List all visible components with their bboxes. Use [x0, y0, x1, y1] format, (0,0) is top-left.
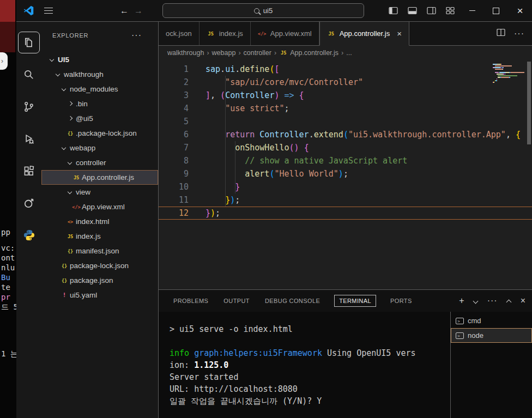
tree-item-controller[interactable]: controller	[41, 155, 158, 170]
explorer-more-actions-icon[interactable]: ···	[131, 31, 142, 40]
tree-item-package-json[interactable]: {}package.json	[41, 273, 158, 288]
panel-tab-ports[interactable]: PORTS	[389, 295, 413, 306]
editor-group: ock.jsonJSindex.js</>App.view.xmlJSApp.c…	[158, 22, 532, 418]
maximize-panel-icon[interactable]	[506, 298, 512, 304]
tree-item-app-controller-js[interactable]: JSApp.controller.js	[41, 170, 158, 185]
terminal-launch-dropdown-icon[interactable]	[473, 298, 479, 304]
tab-close-icon[interactable]: ×	[397, 29, 402, 38]
panel-tab-debug-console[interactable]: DEBUG CONSOLE	[264, 295, 321, 306]
js-file-icon: JS	[279, 49, 288, 57]
toggle-primary-sidebar-icon[interactable]	[389, 7, 398, 15]
menu-hamburger-icon[interactable]	[44, 5, 53, 16]
chevron-down-icon	[48, 56, 57, 64]
editor-more-actions-icon[interactable]: ···	[514, 29, 524, 39]
breadcrumb-separator-icon: ›	[341, 49, 343, 57]
background-window-fragment: 드 5	[1, 302, 18, 312]
panel-tab-output[interactable]: OUTPUT	[222, 295, 251, 306]
code-token: {	[516, 130, 521, 140]
breadcrumb-item-controller[interactable]: controller	[244, 49, 271, 57]
background-window-fragment: pr	[1, 293, 10, 301]
layout-controls	[389, 7, 455, 15]
navigate-forward-icon[interactable]: →	[131, 6, 146, 16]
breadcrumb-item-app-controller-js[interactable]: JSApp.controller.js	[279, 49, 338, 57]
activity-python[interactable]	[16, 219, 41, 251]
tree-item-view[interactable]: view	[41, 185, 158, 199]
breadcrumb-item-[interactable]: ...	[346, 49, 352, 57]
minimap-mark	[497, 64, 501, 65]
tree-item-manifest-json[interactable]: {}manifest.json	[41, 244, 158, 258]
new-terminal-icon[interactable]: +	[459, 296, 464, 305]
panel-tab-problems[interactable]: PROBLEMS	[172, 295, 209, 306]
minimap-mark	[497, 80, 497, 81]
background-window-red-block-dark	[0, 22, 15, 52]
tree-item-label: node_modules	[70, 85, 118, 93]
tree-item-label: package-lock.json	[70, 262, 129, 270]
terminal-line: Server started	[170, 371, 450, 383]
code-line-6[interactable]: 6 return Controller.extend("ui5.walkthro…	[159, 128, 532, 141]
breadcrumb-item-walkthrough[interactable]: walkthrough	[167, 49, 204, 57]
editor-tab-ock-json[interactable]: ock.json	[159, 22, 200, 45]
code-line-3[interactable]: 3], (Controller) => {	[159, 89, 532, 102]
panel-tab-terminal[interactable]: TERMINAL	[334, 295, 376, 307]
terminal-output[interactable]: > ui5 serve -o index.html info graph:hel…	[159, 312, 450, 418]
toggle-panel-icon[interactable]	[408, 7, 417, 15]
split-editor-icon[interactable]	[497, 28, 505, 39]
code-token	[205, 195, 225, 205]
tree-item-walkthrough[interactable]: walkthrough	[41, 67, 158, 82]
terminal-instance-node[interactable]: >node	[451, 328, 532, 343]
activity-extensions[interactable]	[16, 155, 41, 187]
editor-tab-app-controller-js[interactable]: JSApp.controller.js×	[319, 22, 409, 46]
activity-search[interactable]	[16, 58, 41, 90]
tree-item-label: index.html	[76, 217, 110, 226]
editor-tab-index-js[interactable]: JSindex.js	[200, 22, 251, 45]
breadcrumb-label: webapp	[212, 49, 236, 57]
tree-item-index-js[interactable]: JSindex.js	[41, 229, 158, 244]
tree-item-label: webapp	[70, 144, 95, 152]
code-line-9[interactable]: 9 alert("Hello World");	[159, 167, 532, 180]
code-editor[interactable]: 1sap.ui.define([2 "sap/ui/core/mvc/Contr…	[159, 60, 532, 289]
toggle-secondary-sidebar-icon[interactable]	[427, 7, 436, 15]
code-line-4[interactable]: 4 "use strict";	[159, 102, 532, 115]
code-line-5[interactable]: 5	[159, 115, 532, 128]
tree-item-index-html[interactable]: <>index.html	[41, 214, 158, 229]
code-line-10[interactable]: 10 }	[159, 180, 532, 193]
activity-explorer[interactable]	[16, 26, 41, 58]
breadcrumb-item-webapp[interactable]: webapp	[212, 49, 236, 57]
code-token: ;	[215, 208, 220, 218]
editor-tab-app-view-xml[interactable]: </>App.view.xml	[251, 22, 319, 45]
panel-more-actions-icon[interactable]: ···	[487, 296, 498, 306]
maximize-button[interactable]	[484, 0, 508, 21]
chevron-right-icon	[66, 100, 75, 108]
customize-layout-icon[interactable]	[446, 7, 455, 15]
navigate-back-icon[interactable]: ←	[117, 6, 131, 16]
code-line-8[interactable]: 8 // show a native JavaScript alert	[159, 154, 532, 167]
tree-item-app-view-xml[interactable]: </>App.view.xml	[41, 199, 158, 214]
code-line-1[interactable]: 1sap.ui.define([	[159, 63, 532, 76]
activity-circle-arrow-extension[interactable]	[16, 187, 41, 219]
tree-item-ui5-yaml[interactable]: !ui5.yaml	[41, 288, 158, 302]
tree-item-package-lock-json[interactable]: {}.package-lock.json	[41, 126, 158, 141]
code-line-12[interactable]: 12});	[159, 207, 532, 220]
activity-run-debug[interactable]	[16, 123, 41, 155]
code-token: (	[220, 90, 225, 100]
tree-item-webapp[interactable]: webapp	[41, 141, 158, 155]
tree-item-bin[interactable]: .bin	[41, 96, 158, 111]
minimap-line	[493, 67, 524, 68]
minimap[interactable]	[493, 64, 524, 83]
tree-item-package-lock-json[interactable]: {}package-lock.json	[41, 258, 158, 273]
terminal-instance-cmd[interactable]: >cmd	[451, 313, 532, 328]
command-center-search[interactable]: ui5	[162, 3, 364, 18]
code-line-11[interactable]: 11 });	[159, 193, 532, 207]
minimize-button[interactable]	[460, 0, 484, 21]
close-button[interactable]: ×	[508, 0, 532, 21]
code-line-7[interactable]: 7 onShowHello() {	[159, 141, 532, 154]
terminal-icon: >	[456, 332, 464, 339]
activity-source-control[interactable]	[16, 90, 41, 123]
tree-item-ui5[interactable]: UI5	[41, 52, 158, 67]
explorer-sidebar: EXPLORER ··· UI5walkthroughnode_modules.…	[41, 22, 158, 418]
tree-item-node-modules[interactable]: node_modules	[41, 82, 158, 96]
code-line-2[interactable]: 2 "sap/ui/core/mvc/Controller"	[159, 76, 532, 89]
tree-item-ui5[interactable]: @ui5	[41, 111, 158, 126]
close-panel-icon[interactable]: ×	[521, 296, 525, 305]
editor-scrollbar[interactable]	[527, 62, 531, 144]
